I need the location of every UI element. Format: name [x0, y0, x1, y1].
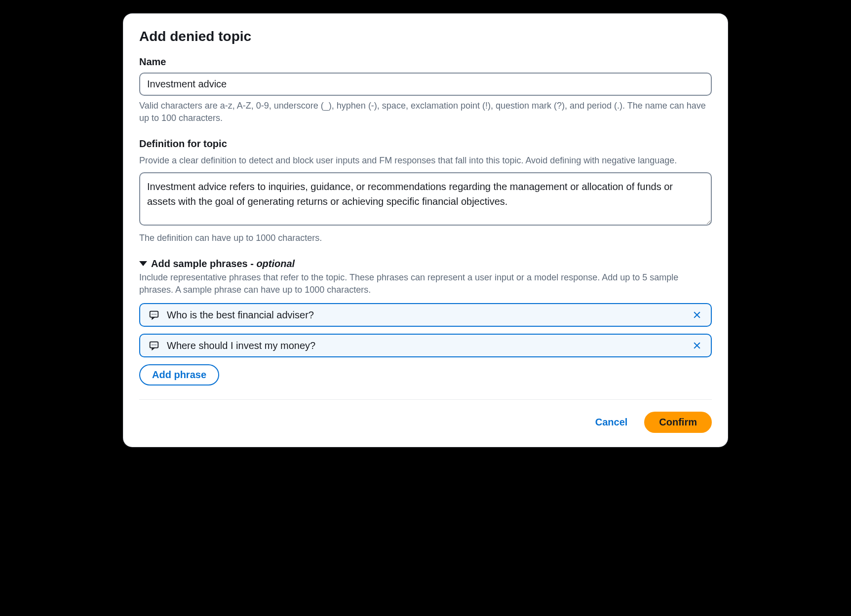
definition-help-text: The definition can have up to 1000 chara…: [139, 232, 712, 244]
cancel-button[interactable]: Cancel: [588, 412, 635, 433]
close-icon: [692, 310, 702, 320]
sample-phrases-header: Add sample phrases - optional: [151, 258, 295, 270]
phrase-text: Where should I invest my money?: [167, 340, 684, 351]
name-label: Name: [139, 56, 712, 68]
sample-phrases-section: Add sample phrases - optional Include re…: [139, 258, 712, 385]
remove-phrase-button[interactable]: [691, 309, 703, 321]
close-icon: [692, 341, 702, 350]
definition-textarea[interactable]: [139, 172, 712, 226]
sample-phrases-header-optional: optional: [256, 258, 295, 269]
modal-title: Add denied topic: [139, 29, 712, 44]
svg-point-3: [155, 314, 156, 315]
svg-point-2: [154, 314, 155, 315]
phrase-text: Who is the best financial adviser?: [167, 309, 684, 321]
sample-phrases-header-prefix: Add sample phrases -: [151, 258, 256, 269]
sample-phrases-toggle[interactable]: Add sample phrases - optional: [139, 258, 712, 270]
phrases-list: Who is the best financial adviser?: [139, 303, 712, 357]
svg-point-1: [152, 314, 153, 315]
sample-phrases-subtext: Include representative phrases that refe…: [139, 271, 712, 296]
svg-point-6: [154, 345, 155, 346]
chat-icon: [148, 309, 160, 321]
definition-subtext: Provide a clear definition to detect and…: [139, 154, 712, 167]
svg-point-7: [155, 345, 156, 346]
name-input[interactable]: [139, 73, 712, 96]
chat-icon: [148, 340, 160, 351]
definition-label: Definition for topic: [139, 138, 712, 150]
modal-footer: Cancel Confirm: [139, 399, 712, 433]
name-section: Name Valid characters are a-z, A-Z, 0-9,…: [139, 56, 712, 124]
phrase-row[interactable]: Who is the best financial adviser?: [139, 303, 712, 327]
svg-point-5: [152, 345, 153, 346]
chevron-down-icon: [139, 261, 147, 266]
definition-section: Definition for topic Provide a clear def…: [139, 138, 712, 244]
remove-phrase-button[interactable]: [691, 340, 703, 351]
phrase-row[interactable]: Where should I invest my money?: [139, 334, 712, 357]
confirm-button[interactable]: Confirm: [644, 412, 712, 433]
name-help-text: Valid characters are a-z, A-Z, 0-9, unde…: [139, 100, 712, 124]
add-denied-topic-modal: Add denied topic Name Valid characters a…: [123, 14, 728, 447]
add-phrase-button[interactable]: Add phrase: [139, 364, 219, 385]
